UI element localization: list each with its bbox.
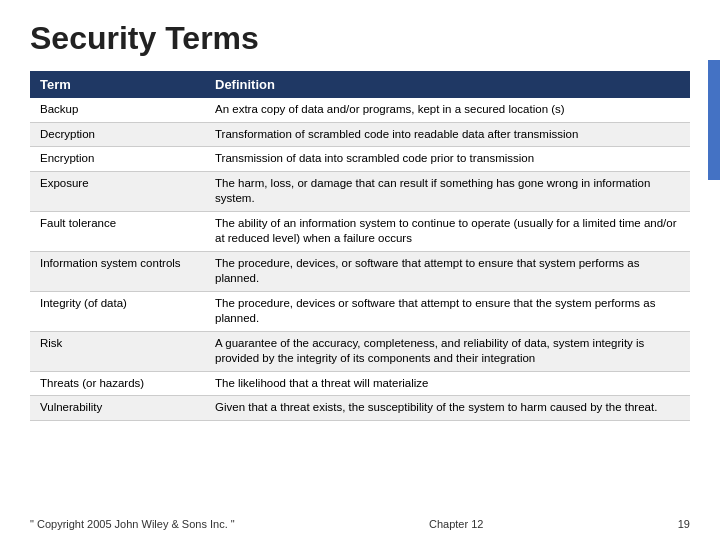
footer-copyright: " Copyright 2005 John Wiley & Sons Inc. … xyxy=(30,518,235,530)
footer-page: 19 xyxy=(678,518,690,530)
table-cell-term: Risk xyxy=(30,331,205,371)
table-row: BackupAn extra copy of data and/or progr… xyxy=(30,98,690,122)
table-cell-term: Decryption xyxy=(30,122,205,147)
page-title: Security Terms xyxy=(30,20,690,57)
footer: " Copyright 2005 John Wiley & Sons Inc. … xyxy=(30,518,690,530)
table-cell-term: Exposure xyxy=(30,171,205,211)
table-cell-definition: The ability of an information system to … xyxy=(205,211,690,251)
table-row: Information system controlsThe procedure… xyxy=(30,251,690,291)
table-cell-definition: Transmission of data into scrambled code… xyxy=(205,147,690,172)
accent-bar xyxy=(708,60,720,180)
table-cell-definition: The likelihood that a threat will materi… xyxy=(205,371,690,396)
table-cell-definition: The procedure, devices or software that … xyxy=(205,291,690,331)
table-row: EncryptionTransmission of data into scra… xyxy=(30,147,690,172)
table-cell-definition: Transformation of scrambled code into re… xyxy=(205,122,690,147)
table-row: VulnerabilityGiven that a threat exists,… xyxy=(30,396,690,421)
table-cell-term: Encryption xyxy=(30,147,205,172)
table-cell-term: Integrity (of data) xyxy=(30,291,205,331)
table-row: Integrity (of data)The procedure, device… xyxy=(30,291,690,331)
table-row: Threats (or hazards)The likelihood that … xyxy=(30,371,690,396)
table-cell-term: Backup xyxy=(30,98,205,122)
footer-chapter: Chapter 12 xyxy=(429,518,483,530)
table-cell-definition: Given that a threat exists, the suscepti… xyxy=(205,396,690,421)
table-cell-term: Vulnerability xyxy=(30,396,205,421)
table-cell-term: Fault tolerance xyxy=(30,211,205,251)
table-row: DecryptionTransformation of scrambled co… xyxy=(30,122,690,147)
table-row: ExposureThe harm, loss, or damage that c… xyxy=(30,171,690,211)
page: Security Terms Term Definition BackupAn … xyxy=(0,0,720,540)
table-row: RiskA guarantee of the accuracy, complet… xyxy=(30,331,690,371)
table-cell-definition: The procedure, devices, or software that… xyxy=(205,251,690,291)
table-cell-definition: A guarantee of the accuracy, completenes… xyxy=(205,331,690,371)
col-header-term: Term xyxy=(30,71,205,98)
table-row: Fault toleranceThe ability of an informa… xyxy=(30,211,690,251)
table-cell-definition: The harm, loss, or damage that can resul… xyxy=(205,171,690,211)
table-cell-definition: An extra copy of data and/or programs, k… xyxy=(205,98,690,122)
col-header-definition: Definition xyxy=(205,71,690,98)
table-cell-term: Information system controls xyxy=(30,251,205,291)
table-header-row: Term Definition xyxy=(30,71,690,98)
security-terms-table: Term Definition BackupAn extra copy of d… xyxy=(30,71,690,421)
table-cell-term: Threats (or hazards) xyxy=(30,371,205,396)
